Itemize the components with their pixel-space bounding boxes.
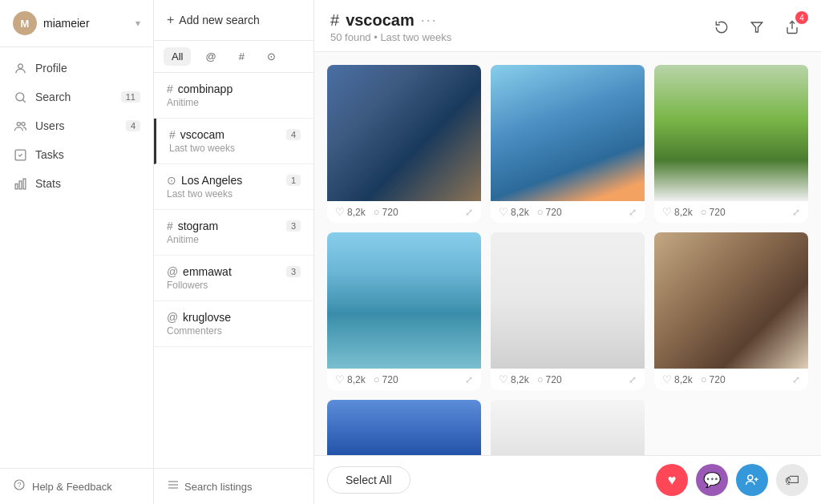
image-card[interactable]: ♡8,2k ○720 ⤢ [327,400,481,455]
like-count: 8,2k [511,207,529,218]
share-button[interactable]: 4 [779,14,805,40]
comment-count: 720 [710,374,726,385]
username-label: miameier [43,17,129,30]
add-new-search-button[interactable]: + Add new search [154,0,313,41]
sidebar-header[interactable]: M miameier ▾ [0,0,153,47]
bottom-action-bar: Select All ♥ 💬 🏷 [314,455,821,504]
comment-icon: ○ [701,206,707,218]
avatar: M [13,11,37,35]
more-options-icon[interactable]: ··· [421,12,438,29]
heart-icon: ♡ [499,373,508,385]
sidebar-item-users[interactable]: Users 4 [0,111,153,140]
comment-icon: ○ [374,373,380,385]
image-card[interactable]: ♡8,2k ○720 ⤢ [327,65,481,223]
sidebar-item-stats[interactable]: Stats [0,169,153,198]
search-item-sub: Anitime [167,234,301,245]
search-item-badge: 3 [286,266,301,277]
image-thumbnail [491,65,645,201]
follow-action-button[interactable] [736,464,768,496]
expand-icon[interactable]: ⤢ [465,207,473,218]
image-stats: ♡8,2k ○720 ⤢ [491,201,645,223]
comment-count: 720 [546,207,562,218]
svg-line-2 [22,99,25,102]
comment-icon: ○ [537,373,544,385]
list-item[interactable]: ⊙ Los Angeles 1 Last two weeks [154,164,313,210]
search-item-sub: Last two weeks [169,143,301,154]
image-card[interactable]: ♡8,2k ○720 ⤢ [327,232,481,390]
comment-action-button[interactable]: 💬 [696,464,728,496]
tab-location[interactable]: ⊙ [259,47,284,66]
image-card[interactable]: ♡8,2k ○720 ⤢ [491,232,645,390]
search-listings-label: Search listings [184,481,253,493]
sidebar-item-label-profile: Profile [35,62,67,75]
like-count: 8,2k [674,374,693,385]
search-listings-button[interactable]: Search listings [154,468,313,504]
help-feedback-button[interactable]: ? Help & Feedback [0,468,153,504]
list-item[interactable]: @ kruglovse Commenters [154,301,313,347]
image-thumbnail [327,400,481,455]
search-item-name: ⊙ Los Angeles [167,174,242,187]
tab-hash[interactable]: # [231,47,253,66]
heart-action-button[interactable]: ♥ [656,464,688,496]
image-card[interactable]: ♡8,2k ○720 ⤢ [654,232,808,390]
expand-icon[interactable]: ⤢ [792,374,800,385]
image-card[interactable]: ♡8,2k ○720 ⤢ [491,400,645,455]
svg-point-0 [18,63,22,68]
svg-rect-8 [23,179,26,189]
svg-rect-6 [15,183,18,188]
image-stats: ♡8,2k ○720 ⤢ [491,369,645,390]
image-card[interactable]: ♡8,2k ○720 ⤢ [491,65,645,223]
list-item-active[interactable]: # vscocam 4 Last two weeks [154,119,313,164]
search-item-badge: 3 [286,220,301,232]
main-content: # vscocam ··· 50 found • Last two weeks … [314,0,821,504]
help-icon: ? [13,478,26,494]
header-actions: 4 [709,14,805,40]
svg-marker-14 [751,22,762,32]
list-item[interactable]: @ emmawat 3 Followers [154,256,313,301]
like-count: 8,2k [674,207,693,218]
expand-icon[interactable]: ⤢ [465,374,473,385]
select-all-button[interactable]: Select All [327,466,410,494]
like-count: 8,2k [511,374,529,385]
search-item-name: @ emmawat [167,265,232,278]
search-item-sub: Anitime [167,97,301,108]
comment-count: 720 [710,207,726,218]
search-items-list: # combinapp Anitime # vscocam 4 Last two… [154,73,313,468]
sidebar-item-search[interactable]: Search 11 [0,83,153,111]
expand-icon[interactable]: ⤢ [629,374,637,385]
like-count: 8,2k [347,207,366,218]
image-thumbnail [491,400,645,455]
search-icon [13,90,27,104]
comment-count: 720 [382,207,398,218]
image-stats: ♡8,2k ○720 ⤢ [654,369,808,390]
tab-all[interactable]: All [164,47,191,66]
sidebar-item-profile[interactable]: Profile [0,54,153,83]
list-item[interactable]: # combinapp Anitime [154,73,313,119]
filter-button[interactable] [744,14,770,40]
expand-icon[interactable]: ⤢ [629,207,637,218]
image-thumbnail [327,65,481,201]
tag-action-button[interactable]: 🏷 [776,464,808,496]
image-stats: ♡8,2k ○720 ⤢ [654,201,808,223]
list-item[interactable]: # stogram 3 Anitime [154,210,313,256]
search-listings-icon [167,478,180,494]
chevron-down-icon: ▾ [135,18,140,29]
sidebar: M miameier ▾ Profile Search 11 Users 4 [0,0,154,504]
sidebar-item-tasks[interactable]: Tasks [0,140,153,169]
svg-point-3 [17,122,20,125]
svg-text:?: ? [18,481,22,489]
refresh-button[interactable] [709,14,734,40]
sidebar-nav: Profile Search 11 Users 4 Tasks [0,47,153,468]
svg-point-4 [21,122,24,125]
image-stats: ♡8,2k ○720 ⤢ [327,369,481,390]
image-card[interactable]: ♡8,2k ○720 ⤢ [654,65,808,223]
comment-icon: ○ [537,206,544,218]
expand-icon[interactable]: ⤢ [792,207,800,218]
image-stats: ♡8,2k ○720 ⤢ [327,201,481,223]
image-thumbnail [327,232,481,369]
search-item-sub: Last two weeks [167,188,301,200]
users-badge: 4 [126,120,140,131]
tab-at[interactable]: @ [197,47,224,66]
search-badge: 11 [121,91,140,103]
tasks-icon [13,147,27,162]
